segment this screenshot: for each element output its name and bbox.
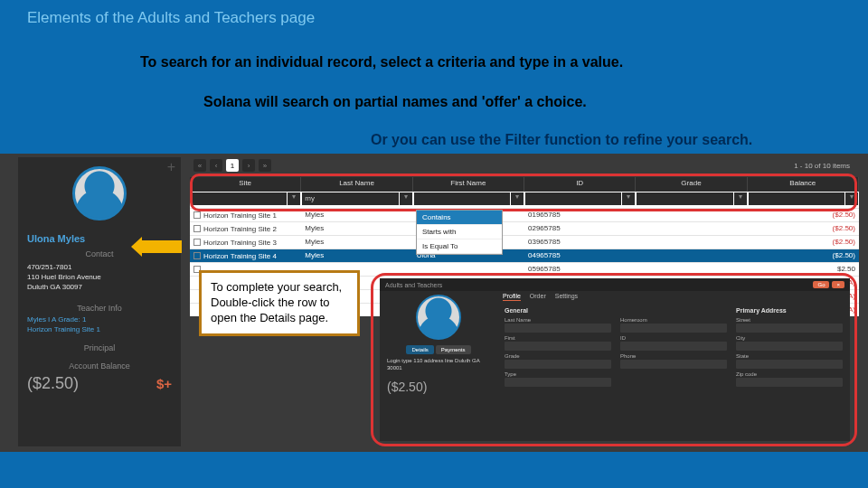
pager-first-icon[interactable]: «: [193, 159, 206, 172]
filter-site-input[interactable]: [191, 192, 287, 205]
cell-site: Horizon Training Site 3: [203, 239, 277, 247]
callout-box: To complete your search, Double-click th…: [199, 270, 360, 336]
cell-id: 03965785: [524, 236, 636, 249]
details-page-thumbnail: Adults and Teachers Go × Details Payment…: [380, 278, 850, 441]
mini-field[interactable]: [620, 360, 727, 369]
mini-tab-profile[interactable]: Profile: [503, 293, 521, 301]
filter-first-name-dd-icon[interactable]: ▾: [511, 192, 524, 205]
address-line2: Duluth GA 30097: [27, 282, 172, 292]
mini-field[interactable]: [505, 342, 611, 351]
col-id[interactable]: ID: [524, 177, 636, 192]
instruction-1: To search for an individual record, sele…: [140, 54, 623, 70]
table-row-selected[interactable]: Horizon Training Site 4 Myles Ulona 0496…: [190, 249, 859, 262]
mini-tab-order[interactable]: Order: [530, 293, 546, 301]
mini-label: Phone: [620, 353, 727, 359]
cell-balance: ($2.50): [748, 222, 859, 235]
cell-site: Horizon Training Site 2: [203, 225, 277, 233]
filter-grade-dd-icon[interactable]: ▾: [734, 192, 747, 205]
contact-body: 470/251-7801 110 Huel Brion Avenue Dulut…: [18, 258, 181, 296]
dd-option-contains[interactable]: Contains: [417, 211, 502, 225]
cell-id: 01965785: [524, 209, 636, 221]
filter-grade-input[interactable]: [637, 192, 732, 205]
filter-dropdown-menu[interactable]: Contains Starts with Is Equal To: [416, 210, 503, 255]
mini-field[interactable]: [620, 324, 727, 333]
mini-label: First: [505, 335, 611, 341]
cell-last: Myles: [301, 209, 412, 221]
col-balance[interactable]: Balance: [748, 177, 859, 192]
table-header: Site Last Name First Name ID Grade Balan…: [190, 177, 859, 192]
mini-label: Street: [736, 317, 843, 323]
phone: 470/251-7801: [27, 262, 172, 272]
cell-grade: [636, 249, 747, 262]
mini-avatar-icon: [416, 295, 461, 340]
mini-caption: Login type 110 address line Duluth GA 30…: [387, 358, 490, 372]
mini-field[interactable]: [505, 324, 611, 333]
add-balance-button[interactable]: $+: [156, 376, 172, 391]
instruction-3: Or you can use the Filter function to re…: [371, 132, 752, 148]
row-checkbox[interactable]: [193, 252, 201, 259]
cell-grade: [636, 209, 747, 221]
col-first-name[interactable]: First Name: [413, 177, 524, 192]
filter-last-name-input[interactable]: my: [302, 192, 398, 205]
add-photo-icon[interactable]: +: [167, 159, 175, 175]
callout-arrow-icon: [142, 240, 182, 253]
filter-first-name-input[interactable]: [414, 192, 510, 205]
row-checkbox[interactable]: [193, 211, 201, 219]
mini-close-button[interactable]: ×: [832, 281, 844, 288]
balance-value: ($2.50): [27, 374, 79, 393]
pager-prev-icon[interactable]: ‹: [210, 159, 222, 172]
mini-balance: ($2.50): [387, 380, 490, 394]
mini-subtab-payments[interactable]: Payments: [436, 345, 471, 354]
avatar-icon: [72, 166, 127, 221]
col-last-name[interactable]: Last Name: [301, 177, 412, 192]
profile-sidebar: + Ulona Myles Contact 470/251-7801 110 H…: [18, 157, 181, 446]
cell-balance: $2.50: [748, 263, 859, 276]
mini-subtab-details[interactable]: Details: [406, 345, 433, 354]
filter-last-name-dd-icon[interactable]: ▾: [400, 192, 412, 205]
pager-page-1[interactable]: 1: [226, 159, 239, 172]
mini-field[interactable]: [736, 378, 843, 387]
row-checkbox[interactable]: [193, 225, 201, 232]
filter-site-dd-icon[interactable]: ▾: [288, 192, 300, 205]
mini-label: State: [736, 353, 843, 359]
cell-site: Horizon Training Site 4: [203, 252, 277, 260]
pager-count: 1 - 10 of 10 items: [794, 162, 855, 170]
cell-grade: [636, 236, 747, 249]
teacher-line2: Horizon Training Site 1: [27, 324, 172, 334]
pager-last-icon[interactable]: »: [259, 159, 271, 172]
filter-balance-input[interactable]: [749, 192, 844, 205]
table-row[interactable]: Horizon Training Site 2 Myles 02965785 (…: [190, 221, 859, 235]
cell-id: 05965785: [524, 263, 636, 276]
mini-col-secondary: Homeroom ID Phone: [620, 295, 727, 437]
mini-field[interactable]: [620, 342, 727, 351]
mini-field[interactable]: [736, 360, 843, 369]
filter-balance-dd-icon[interactable]: ▾: [845, 192, 858, 205]
mini-field[interactable]: [736, 324, 843, 333]
cell-balance: ($2.50): [748, 209, 859, 221]
filter-id-dd-icon[interactable]: ▾: [622, 192, 635, 205]
table-row[interactable]: Horizon Training Site 3 Myles 03965785 (…: [190, 235, 859, 249]
mini-go-button[interactable]: Go: [813, 281, 829, 288]
teacher-line1: Myles I A Grade: 1: [27, 314, 172, 324]
cell-balance: ($2.50): [748, 249, 859, 262]
mini-field[interactable]: [736, 342, 843, 351]
col-site[interactable]: Site: [190, 177, 301, 192]
dd-option-starts-with[interactable]: Starts with: [417, 225, 502, 239]
mini-label: Zip code: [736, 371, 843, 377]
filter-id-input[interactable]: [525, 192, 621, 205]
teacher-body: Myles I A Grade: 1 Horizon Training Site…: [18, 313, 181, 336]
col-grade[interactable]: Grade: [636, 177, 747, 192]
mini-field[interactable]: [505, 360, 611, 369]
table-row[interactable]: Horizon Training Site 1 Myles 01965785 (…: [190, 208, 859, 221]
avatar-container: +: [18, 157, 181, 230]
mini-tab-settings[interactable]: Settings: [555, 293, 578, 301]
mini-label: Type: [505, 371, 611, 377]
mini-field[interactable]: [505, 378, 611, 387]
cell-id: 04965785: [524, 249, 636, 262]
cell-grade: [636, 222, 747, 235]
dd-option-equal[interactable]: Is Equal To: [417, 239, 502, 254]
mini-label: ID: [620, 335, 727, 341]
row-checkbox[interactable]: [193, 239, 201, 246]
pager-next-icon[interactable]: ›: [242, 159, 255, 172]
app-screenshot: + Ulona Myles Contact 470/251-7801 110 H…: [0, 154, 868, 452]
